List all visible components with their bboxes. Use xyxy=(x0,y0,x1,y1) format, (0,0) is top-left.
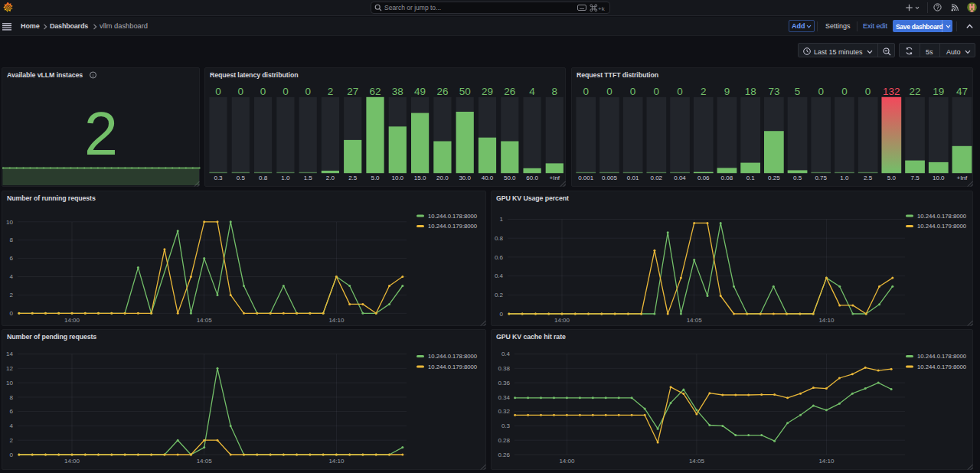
svg-text:0.3: 0.3 xyxy=(214,175,223,181)
svg-text:0.32: 0.32 xyxy=(498,408,510,415)
svg-text:10.244.0.179:8000: 10.244.0.179:8000 xyxy=(917,364,966,370)
svg-text:14:10: 14:10 xyxy=(328,458,345,465)
svg-text:14:00: 14:00 xyxy=(64,317,80,324)
svg-text:49: 49 xyxy=(414,86,426,97)
svg-text:0: 0 xyxy=(677,86,683,97)
svg-text:14:00: 14:00 xyxy=(64,458,80,465)
svg-text:14:10: 14:10 xyxy=(328,317,345,324)
svg-text:0: 0 xyxy=(500,311,504,318)
svg-text:10.0: 10.0 xyxy=(392,175,404,181)
svg-text:20.0: 20.0 xyxy=(436,175,449,181)
svg-text:0.1: 0.1 xyxy=(746,175,756,181)
svg-text:1: 1 xyxy=(500,216,504,223)
svg-text:40.0: 40.0 xyxy=(482,175,494,181)
svg-text:10: 10 xyxy=(6,219,13,226)
svg-text:0.25: 0.25 xyxy=(768,175,780,181)
svg-text:0.8: 0.8 xyxy=(259,175,268,181)
svg-text:8: 8 xyxy=(552,86,558,97)
svg-text:0.75: 0.75 xyxy=(815,175,827,181)
svg-text:4: 4 xyxy=(529,86,535,97)
svg-text:0.5: 0.5 xyxy=(793,175,802,181)
svg-text:0.28: 0.28 xyxy=(498,437,510,444)
svg-text:0: 0 xyxy=(215,86,221,97)
svg-text:0.02: 0.02 xyxy=(651,175,663,181)
svg-text:2: 2 xyxy=(701,86,707,97)
svg-text:1.0: 1.0 xyxy=(840,175,849,181)
svg-text:0: 0 xyxy=(654,86,660,97)
svg-text:19: 19 xyxy=(933,86,944,97)
svg-text:0: 0 xyxy=(238,86,244,97)
svg-text:2: 2 xyxy=(328,86,334,97)
svg-text:2.5: 2.5 xyxy=(864,175,873,181)
svg-text:14:10: 14:10 xyxy=(818,458,835,465)
svg-text:10.244.0.179:8000: 10.244.0.179:8000 xyxy=(428,223,477,230)
svg-text:10.244.0.179:8000: 10.244.0.179:8000 xyxy=(428,364,477,370)
svg-text:62: 62 xyxy=(369,86,381,97)
svg-text:+k: +k xyxy=(598,5,606,11)
svg-text:2.0: 2.0 xyxy=(326,175,335,181)
svg-text:27: 27 xyxy=(347,86,358,97)
svg-text:8: 8 xyxy=(10,394,14,401)
svg-text:38: 38 xyxy=(392,86,403,97)
svg-text:0.34: 0.34 xyxy=(498,394,510,401)
svg-text:132: 132 xyxy=(883,86,900,97)
svg-text:1.5: 1.5 xyxy=(304,175,313,181)
svg-text:0: 0 xyxy=(841,86,848,97)
svg-text:8: 8 xyxy=(10,236,14,243)
svg-text:26: 26 xyxy=(436,86,448,97)
svg-text:+Inf: +Inf xyxy=(550,175,560,181)
svg-text:0: 0 xyxy=(260,86,266,97)
svg-text:0.4: 0.4 xyxy=(495,272,504,279)
svg-text:0: 0 xyxy=(305,86,311,97)
svg-text:0: 0 xyxy=(865,86,871,97)
svg-text:0: 0 xyxy=(10,452,14,458)
svg-text:0.08: 0.08 xyxy=(721,175,733,181)
svg-text:5: 5 xyxy=(795,86,801,97)
svg-text:14:05: 14:05 xyxy=(197,458,213,465)
svg-text:0: 0 xyxy=(606,86,612,97)
svg-text:0.5: 0.5 xyxy=(237,175,246,181)
svg-text:26: 26 xyxy=(504,86,515,97)
svg-text:14:10: 14:10 xyxy=(818,317,835,324)
svg-text:0.36: 0.36 xyxy=(498,380,510,387)
svg-text:6: 6 xyxy=(10,255,14,262)
svg-text:14:05: 14:05 xyxy=(687,317,703,324)
svg-text:22: 22 xyxy=(910,86,921,97)
svg-text:0.2: 0.2 xyxy=(495,292,504,298)
svg-text:0.005: 0.005 xyxy=(602,175,618,181)
svg-text:47: 47 xyxy=(956,86,968,97)
svg-text:14:00: 14:00 xyxy=(559,458,575,465)
svg-text:0: 0 xyxy=(583,86,589,97)
svg-text:4: 4 xyxy=(10,273,14,280)
svg-text:14:05: 14:05 xyxy=(197,317,213,324)
svg-text:10.244.0.178:8000: 10.244.0.178:8000 xyxy=(428,213,477,220)
svg-text:0.001: 0.001 xyxy=(578,175,594,181)
svg-text:10.244.0.178:8000: 10.244.0.178:8000 xyxy=(917,353,966,360)
svg-text:7.5: 7.5 xyxy=(911,175,920,181)
svg-text:2: 2 xyxy=(84,99,118,168)
svg-text:10.244.0.178:8000: 10.244.0.178:8000 xyxy=(917,213,966,220)
svg-text:30.0: 30.0 xyxy=(459,175,471,181)
svg-text:10: 10 xyxy=(6,380,13,387)
svg-text:0.04: 0.04 xyxy=(674,175,686,181)
svg-text:2: 2 xyxy=(10,292,14,298)
svg-text:10.244.0.178:8000: 10.244.0.178:8000 xyxy=(428,353,477,360)
svg-text:1.0: 1.0 xyxy=(281,175,290,181)
svg-text:12: 12 xyxy=(6,365,13,372)
svg-text:50.0: 50.0 xyxy=(504,175,516,181)
svg-text:0: 0 xyxy=(630,86,636,97)
svg-text:15.0: 15.0 xyxy=(414,175,426,181)
svg-text:14: 14 xyxy=(6,351,13,357)
svg-text:6: 6 xyxy=(10,408,14,415)
svg-text:73: 73 xyxy=(768,86,779,97)
svg-text:2: 2 xyxy=(10,437,14,444)
svg-text:2.5: 2.5 xyxy=(348,175,358,181)
svg-text:9: 9 xyxy=(724,86,730,97)
svg-text:0: 0 xyxy=(283,86,289,97)
svg-text:14:00: 14:00 xyxy=(554,317,570,324)
svg-text:4: 4 xyxy=(10,422,14,429)
svg-text:14:05: 14:05 xyxy=(689,458,705,465)
svg-text:0.01: 0.01 xyxy=(627,175,639,181)
svg-text:5.0: 5.0 xyxy=(887,175,897,181)
svg-text:60.0: 60.0 xyxy=(526,175,538,181)
